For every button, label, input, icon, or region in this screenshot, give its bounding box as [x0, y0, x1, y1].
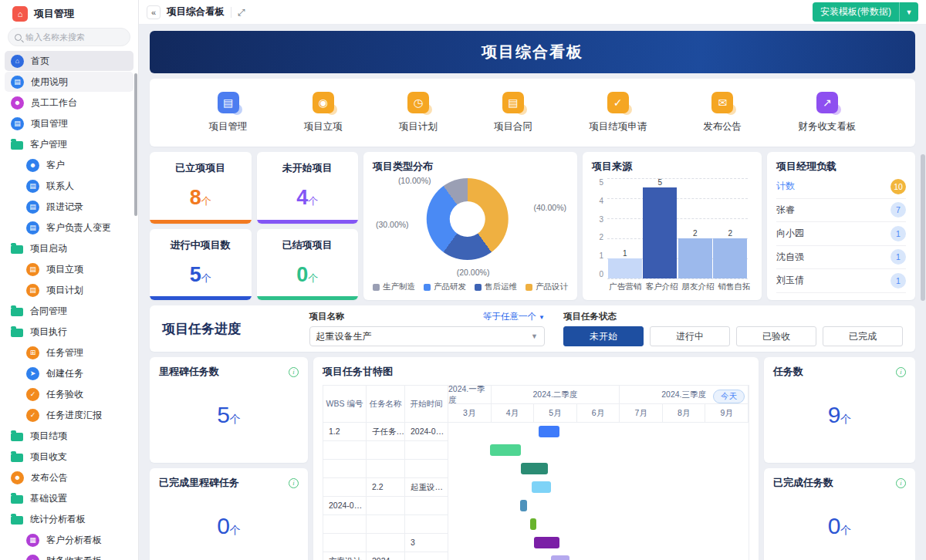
sidebar-item-label: 联系人 — [46, 180, 74, 193]
manager-name[interactable]: 计数 — [776, 180, 795, 193]
trend-icon: ↗ — [816, 92, 838, 113]
status-button-未开始[interactable]: 未开始 — [563, 326, 644, 346]
legend-label: 售后运维 — [485, 282, 517, 292]
pie-point-label: (40.00%) — [533, 203, 566, 212]
bell-icon: ✉ — [711, 92, 733, 113]
sidebar-item-label: 项目执行 — [30, 326, 67, 339]
manager-load-card: 项目经理负载 计数10张睿7向小园1沈自强1刘玉倩1 — [767, 152, 915, 300]
stat-card-unit: 个 — [308, 195, 318, 207]
info-icon[interactable]: i — [289, 367, 299, 377]
sidebar-item-label: 项目结项 — [30, 430, 67, 443]
manager-name: 沈自强 — [776, 251, 804, 264]
search-input[interactable] — [25, 32, 123, 42]
manager-row-计数[interactable]: 计数10 — [776, 175, 906, 199]
quicklink-发布公告[interactable]: ✉发布公告 — [703, 92, 742, 133]
search-icon — [15, 34, 22, 41]
info-icon[interactable]: i — [289, 478, 299, 488]
status-button-已完成[interactable]: 已完成 — [823, 326, 903, 346]
kpi-card-unit: 个 — [230, 413, 241, 425]
gantt-start-cell: 2024-04-22 — [367, 552, 405, 560]
sidebar-search[interactable] — [8, 28, 130, 46]
gantt-grid-cell — [405, 515, 448, 534]
sidebar-item-基础设置[interactable]: 基础设置 — [5, 488, 133, 508]
sidebar-item-联系人[interactable]: ▤联系人 — [5, 176, 133, 196]
sidebar-item-任务验收[interactable]: ✓任务验收 — [5, 384, 133, 404]
status-button-进行中[interactable]: 进行中 — [650, 326, 730, 346]
sidebar-item-label: 任务管理 — [46, 346, 83, 359]
status-button-已验收[interactable]: 已验收 — [736, 326, 816, 346]
x-axis-labels: 广告营销客户介绍朋友介绍销售自拓 — [592, 278, 752, 292]
bar-value-label: 1 — [623, 249, 627, 258]
stat-card-unit: 个 — [201, 195, 211, 207]
sidebar-item-项目结项[interactable]: 项目结项 — [5, 426, 133, 446]
sidebar-item-客户[interactable]: ☻客户 — [5, 155, 133, 175]
quicklink-项目计划[interactable]: ◷项目计划 — [399, 92, 438, 133]
sidebar-item-首页[interactable]: ⌂首页 — [5, 51, 133, 71]
collapse-sidebar-icon[interactable]: « — [147, 5, 161, 19]
sidebar-item-跟进记录[interactable]: ▤跟进记录 — [5, 197, 133, 217]
task-status-filter: 项目任务状态 未开始进行中已验收已完成 — [563, 311, 903, 346]
legend-label: 产品设计 — [536, 282, 568, 292]
sidebar-item-项目立项[interactable]: ▤项目立项 — [5, 259, 133, 279]
sidebar-item-客户管理[interactable]: 客户管理 — [5, 134, 133, 154]
sidebar-item-任务管理[interactable]: ⊞任务管理 — [5, 342, 133, 363]
sidebar-item-发布公告[interactable]: ☻发布公告 — [5, 467, 133, 487]
doc-icon: ▤ — [26, 221, 39, 234]
stat-card-title: 进行中项目数 — [171, 238, 231, 252]
sidebar: ⌂ 项目管理 ⌂首页▤使用说明☻员工工作台▤项目管理客户管理☻客户▤联系人▤跟进… — [0, 0, 139, 560]
project-type-chart-card: 项目类型分布 (10.00%)(30.00%)(20.00%)(40.00%) … — [363, 152, 577, 300]
project-source-chart-card: 项目来源 543210 1522 广告营销客户介绍朋友介绍销售自拓 — [583, 152, 762, 300]
sidebar-item-客户负责人变更[interactable]: ▤客户负责人变更 — [5, 218, 133, 238]
gantt-grid-cell — [323, 534, 367, 552]
fullscreen-icon[interactable]: ⤢ — [238, 7, 245, 18]
app-title: 项目管理 — [34, 7, 74, 21]
sidebar-item-创建任务[interactable]: ➤创建任务 — [5, 363, 133, 383]
manager-row-沈自强: 沈自强1 — [776, 246, 906, 270]
home-icon: ⌂ — [26, 555, 39, 560]
manager-name: 刘玉倩 — [776, 274, 804, 287]
sidebar-item-财务收支看板[interactable]: ⌂财务收支看板 — [5, 551, 133, 560]
sidebar-item-合同管理[interactable]: 合同管理 — [5, 301, 133, 321]
gantt-bar-子任务1.2 — [539, 426, 560, 437]
project-select[interactable]: 起重设备生产 ▼ — [309, 326, 545, 346]
kpi-card-title: 已完成任务数 — [773, 476, 833, 490]
info-icon[interactable]: i — [896, 478, 906, 488]
send-icon: ➤ — [26, 367, 39, 380]
filter-operator-dropdown[interactable]: 等于任意一个 ▼ — [483, 311, 545, 322]
sidebar-item-任务进度汇报[interactable]: ✓任务进度汇报 — [5, 405, 133, 425]
install-template-button[interactable]: 安装模板(带数据) ▼ — [813, 2, 918, 22]
quicklink-项目合同[interactable]: ▤项目合同 — [494, 92, 532, 133]
pie-point-label: (20.00%) — [457, 268, 490, 277]
quicklink-项目管理[interactable]: ▤项目管理 — [209, 92, 248, 133]
gantt-month-header: 6月 — [577, 404, 620, 423]
sidebar-item-项目启动[interactable]: 项目启动 — [5, 238, 133, 258]
status-button-group: 未开始进行中已验收已完成 — [563, 326, 903, 346]
stat-card-title: 已立项项目 — [175, 161, 225, 175]
quicklink-财务收支看板[interactable]: ↗财务收支看板 — [798, 92, 856, 133]
gantt-month-header: 8月 — [663, 404, 706, 423]
quicklink-项目立项[interactable]: ◉项目立项 — [304, 92, 343, 133]
sidebar-item-项目收支[interactable]: 项目收支 — [5, 447, 133, 467]
sidebar-item-统计分析看板[interactable]: 统计分析看板 — [5, 509, 133, 529]
sidebar-scrollbar[interactable] — [134, 73, 137, 216]
sidebar-item-label: 项目收支 — [30, 450, 67, 464]
quicklink-项目结项申请[interactable]: ✓项目结项申请 — [589, 92, 647, 133]
quicklink-label: 项目管理 — [209, 120, 248, 133]
today-button[interactable]: 今天 — [713, 390, 745, 403]
sidebar-item-项目计划[interactable]: ▤项目计划 — [5, 280, 133, 300]
task-progress-filter-card: 项目任务进度 项目名称 等于任意一个 ▼ 起重设备生产 ▼ 项目任务状态 未开始… — [150, 305, 915, 352]
sidebar-item-项目管理[interactable]: ▤项目管理 — [5, 113, 133, 133]
main-scrollbar[interactable] — [921, 154, 925, 301]
info-icon[interactable]: i — [896, 367, 906, 377]
bottom-row: 里程碑任务数i5个已完成里程碑任务i0个 项目任务甘特图 今天 WBS 编号任务… — [150, 357, 915, 560]
sidebar-item-使用说明[interactable]: ▤使用说明 — [5, 72, 133, 92]
legend-swatch — [475, 284, 482, 291]
sidebar-item-员工工作台[interactable]: ☻员工工作台 — [5, 93, 133, 113]
kpi-card-任务数: 任务数i9个 — [764, 357, 915, 463]
sidebar-item-客户分析看板[interactable]: ▦客户分析看板 — [5, 530, 133, 550]
chevron-down-icon[interactable]: ▼ — [900, 8, 918, 16]
gantt-grid-cell — [405, 460, 448, 478]
kpi-card-header: 里程碑任务数i — [159, 365, 299, 379]
sidebar-item-项目执行[interactable]: 项目执行 — [5, 322, 133, 342]
tab-dashboard[interactable]: 项目综合看板 — [167, 5, 225, 19]
